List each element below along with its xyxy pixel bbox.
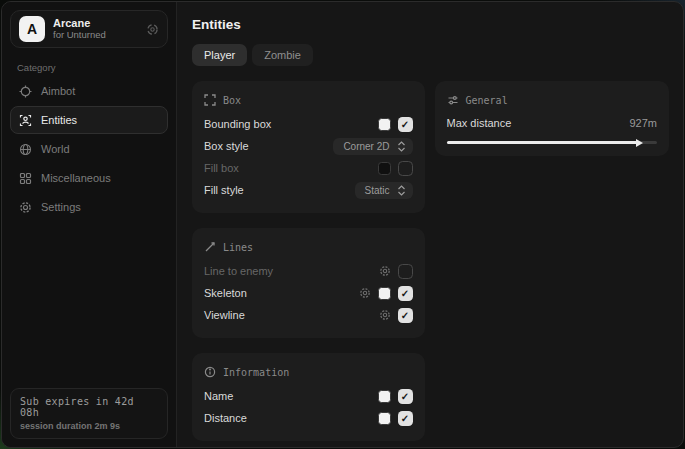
- sidebar-item-settings[interactable]: Settings: [10, 193, 168, 221]
- sliders-icon: [447, 94, 459, 106]
- entity-tabs: Player Zombie: [192, 44, 669, 66]
- brand-title: Arcane: [53, 17, 138, 30]
- main-content: Entities Player Zombie Box Bounding box: [177, 2, 683, 447]
- fill-box-checkbox[interactable]: [398, 161, 413, 176]
- sidebar-item-label: Entities: [41, 114, 77, 126]
- sidebar-item-label: World: [41, 143, 70, 155]
- skeleton-gear-icon[interactable]: [359, 287, 371, 299]
- color-swatch[interactable]: [378, 412, 391, 425]
- sync-icon[interactable]: [146, 23, 159, 36]
- setting-row-fill-box: Fill box: [204, 157, 413, 179]
- tab-zombie[interactable]: Zombie: [252, 44, 313, 66]
- person-icon: [19, 114, 32, 127]
- setting-label: Box style: [204, 140, 249, 152]
- sidebar-item-miscellaneous[interactable]: Miscellaneous: [10, 164, 168, 192]
- chevron-up-down-icon: [397, 185, 406, 196]
- dropdown-value: Static: [365, 185, 390, 196]
- subscription-status: Sub expires in 42d 08h session duration …: [10, 388, 168, 439]
- sidebar-item-label: Aimbot: [41, 85, 75, 97]
- box-style-dropdown[interactable]: Corner 2D: [333, 138, 412, 155]
- sidebar-item-label: Settings: [41, 201, 81, 213]
- viewline-checkbox[interactable]: [398, 308, 413, 323]
- setting-row-bounding-box: Bounding box: [204, 113, 413, 135]
- section-title: General: [466, 95, 508, 106]
- setting-row-fill-style: Fill style Static: [204, 179, 413, 201]
- sidebar: A Arcane for Unturned Category Aimbot: [2, 2, 177, 447]
- max-distance-value: 927m: [629, 117, 657, 129]
- setting-label: Skeleton: [204, 287, 247, 299]
- line-to-enemy-gear-icon[interactable]: [379, 265, 391, 277]
- box-card: Box Bounding box Box style Corner 2D: [192, 81, 425, 213]
- setting-label: Distance: [204, 412, 247, 424]
- page-title: Entities: [192, 17, 669, 32]
- information-card: Information Name Distance: [192, 353, 425, 441]
- box-corners-icon: [204, 94, 216, 106]
- lines-card: Lines Line to enemy Skeleton: [192, 228, 425, 338]
- color-swatch[interactable]: [378, 118, 391, 131]
- color-swatch[interactable]: [378, 390, 391, 403]
- info-icon: [204, 366, 216, 378]
- max-distance-slider-fill: [447, 141, 639, 144]
- max-distance-slider[interactable]: [447, 141, 657, 144]
- setting-row-name: Name: [204, 385, 413, 407]
- section-title: Lines: [223, 242, 253, 253]
- bounding-box-checkbox[interactable]: [398, 117, 413, 132]
- sub-expiry-text: Sub expires in 42d 08h: [20, 396, 158, 418]
- chevron-up-down-icon: [397, 141, 406, 152]
- setting-label: Name: [204, 390, 233, 402]
- brand-header: A Arcane for Unturned: [10, 10, 168, 48]
- setting-row-line-to-enemy: Line to enemy: [204, 260, 413, 282]
- app-window: A Arcane for Unturned Category Aimbot: [1, 1, 684, 448]
- fill-style-dropdown[interactable]: Static: [355, 182, 413, 199]
- setting-row-viewline: Viewline: [204, 304, 413, 326]
- sidebar-nav: Aimbot Entities World Miscellaneous: [10, 77, 168, 221]
- name-checkbox[interactable]: [398, 389, 413, 404]
- setting-label: Fill style: [204, 184, 244, 196]
- distance-checkbox[interactable]: [398, 411, 413, 426]
- brand-logo: A: [19, 16, 45, 42]
- tab-player[interactable]: Player: [192, 44, 247, 66]
- setting-label: Fill box: [204, 162, 239, 174]
- setting-row-distance: Distance: [204, 407, 413, 429]
- general-card: General Max distance 927m: [435, 81, 669, 156]
- setting-label: Max distance: [447, 117, 512, 129]
- setting-label: Line to enemy: [204, 265, 273, 277]
- gear-icon: [19, 201, 32, 214]
- color-swatch[interactable]: [378, 287, 391, 300]
- viewline-gear-icon[interactable]: [379, 309, 391, 321]
- setting-label: Viewline: [204, 309, 245, 321]
- section-title: Box: [223, 95, 241, 106]
- session-duration-text: session duration 2m 9s: [20, 421, 158, 431]
- diagonal-line-icon: [204, 241, 216, 253]
- setting-row-skeleton: Skeleton: [204, 282, 413, 304]
- skeleton-checkbox[interactable]: [398, 286, 413, 301]
- sidebar-item-aimbot[interactable]: Aimbot: [10, 77, 168, 105]
- category-label: Category: [17, 62, 168, 73]
- sidebar-item-entities[interactable]: Entities: [10, 106, 168, 134]
- crosshair-icon: [19, 85, 32, 98]
- max-distance-slider-thumb[interactable]: [636, 139, 643, 147]
- sidebar-item-world[interactable]: World: [10, 135, 168, 163]
- brand-subtitle: for Unturned: [53, 30, 138, 41]
- line-to-enemy-checkbox[interactable]: [398, 264, 413, 279]
- grid-icon: [19, 172, 32, 185]
- dropdown-value: Corner 2D: [343, 141, 389, 152]
- setting-label: Bounding box: [204, 118, 271, 130]
- setting-row-box-style: Box style Corner 2D: [204, 135, 413, 157]
- color-swatch[interactable]: [378, 162, 391, 175]
- sidebar-item-label: Miscellaneous: [41, 172, 111, 184]
- globe-icon: [19, 143, 32, 156]
- setting-row-max-distance: Max distance 927m: [447, 113, 657, 133]
- section-title: Information: [223, 367, 289, 378]
